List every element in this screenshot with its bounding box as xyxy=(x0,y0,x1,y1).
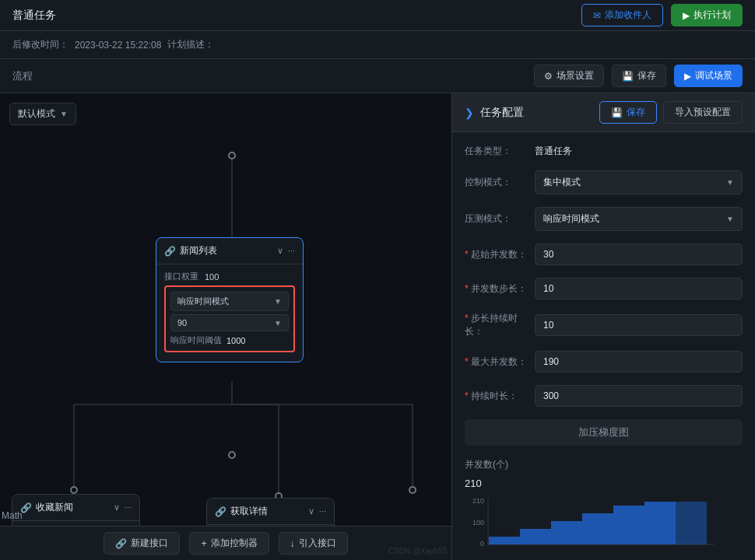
more-icon[interactable]: ··· xyxy=(288,246,295,256)
download-icon: ↓ xyxy=(290,538,295,549)
link-icon: 🔗 xyxy=(164,246,176,257)
right-panel: ❯ 任务配置 💾 保存 导入预设配置 任务类型： 普通任务 控制模 xyxy=(451,93,755,560)
link-icon: 🔗 xyxy=(215,506,226,517)
svg-rect-18 xyxy=(644,502,676,544)
chevron-down-icon[interactable]: ∨ xyxy=(114,502,120,513)
import-preset-button[interactable]: 导入预设配置 xyxy=(663,101,743,124)
save-icon: 💾 xyxy=(611,107,623,118)
sub-header: 后修改时间： 2023-03-22 15:22:08 计划描述： xyxy=(0,31,755,59)
more-icon[interactable]: ··· xyxy=(319,506,326,516)
mode-selector[interactable]: 默认模式 ▼ xyxy=(9,103,76,125)
svg-rect-16 xyxy=(582,513,613,544)
step-duration-label: 步长持续时长： xyxy=(465,312,535,338)
chevron-down-icon: ▼ xyxy=(274,297,282,306)
plan-desc-label: 计划描述： xyxy=(167,38,214,51)
more-icon[interactable]: ··· xyxy=(125,502,132,513)
collect-news-header: 🔗 收藏新闻 ∨ ··· xyxy=(12,495,139,521)
svg-rect-14 xyxy=(520,529,551,544)
duration-label: 持续时长： xyxy=(465,390,535,403)
duration-row: 持续时长： 300 xyxy=(465,385,743,407)
task-type-value: 普通任务 xyxy=(535,145,743,158)
save-icon: 💾 xyxy=(622,71,634,82)
threshold-row: 响应时间阈值 1000 xyxy=(170,334,289,346)
svg-text:0: 0 xyxy=(480,540,484,548)
chevron-down-icon: ▼ xyxy=(60,110,68,118)
scene-settings-button[interactable]: ⚙ 场景设置 xyxy=(534,65,604,87)
collect-news-actions: ∨ ··· xyxy=(114,502,132,513)
news-list-body: 接口权重 100 响应时间模式 ▼ 90 ▼ 响应时间阈值 1000 xyxy=(156,264,303,362)
control-mode-label: 控制模式： xyxy=(465,176,535,189)
chevron-down-icon: ▼ xyxy=(726,178,734,187)
debug-button[interactable]: ▶ 调试场景 xyxy=(674,65,743,87)
svg-rect-19 xyxy=(676,502,707,544)
control-mode-select[interactable]: 集中模式 ▼ xyxy=(535,170,743,194)
add-recipient-button[interactable]: ✉ 添加收件人 xyxy=(581,4,663,26)
canvas-area[interactable]: 默认模式 ▼ xyxy=(0,93,451,560)
max-concurrency-input[interactable]: 190 xyxy=(535,351,743,373)
svg-text:210: 210 xyxy=(472,497,484,505)
right-branch-connector xyxy=(409,486,416,494)
page-title: 普通任务 xyxy=(12,9,56,23)
save-button[interactable]: 💾 保存 xyxy=(612,65,666,87)
import-interface-button[interactable]: ↓ 引入接口 xyxy=(279,532,348,555)
chart-concurrency-value: 210 xyxy=(465,478,743,489)
step-size-input[interactable]: 10 xyxy=(535,278,743,299)
top-connector-dot xyxy=(228,152,236,159)
main-container: 默认模式 ▼ xyxy=(0,93,755,560)
svg-rect-13 xyxy=(489,537,520,544)
new-interface-button[interactable]: 🔗 新建接口 xyxy=(104,532,180,555)
mode-label: 默认模式 xyxy=(18,107,55,121)
max-concurrency-label: 最大并发数： xyxy=(465,355,535,369)
play-icon: ▶ xyxy=(683,10,690,21)
pressure-mode-label: 压测模式： xyxy=(465,212,535,226)
mode-dropdown[interactable]: 响应时间模式 ▼ xyxy=(170,292,289,311)
percentile-dropdown[interactable]: 90 ▼ xyxy=(170,314,289,331)
chart-concurrency-label: 并发数(个) xyxy=(465,458,743,471)
news-list-actions: ∨ ··· xyxy=(277,246,295,256)
gradient-chart: 0 100 210 xyxy=(465,494,729,556)
last-modified-value: 2023-03-22 15:22:08 xyxy=(75,40,161,51)
chart-title: 加压梯度图 xyxy=(465,419,743,446)
step-duration-input[interactable]: 10 xyxy=(535,314,743,336)
svg-rect-15 xyxy=(551,521,582,544)
step-size-label: 并发数步长： xyxy=(465,282,535,296)
step-duration-row: 步长持续时长： 10 xyxy=(465,312,743,338)
get-details-actions: ∨ ··· xyxy=(308,506,326,516)
execute-plan-button[interactable]: ▶ 执行计划 xyxy=(671,4,743,26)
svg-rect-17 xyxy=(613,506,644,544)
panel-content: 任务类型： 普通任务 控制模式： 集中模式 ▼ 压测模式： 响应时间模式 ▼ xyxy=(452,132,755,560)
flow-label: 流程 xyxy=(12,69,33,83)
panel-header: ❯ 任务配置 💾 保存 导入预设配置 xyxy=(452,93,755,132)
max-concurrency-row: 最大并发数： 190 xyxy=(465,351,743,373)
math-label: Math xyxy=(2,510,23,521)
last-modified-label: 后修改时间： xyxy=(12,38,68,51)
svg-text:100: 100 xyxy=(472,519,484,527)
start-concurrency-label: 起始并发数： xyxy=(465,248,535,261)
news-list-header: 🔗 新闻列表 ∨ ··· xyxy=(156,238,303,264)
chart-area: 并发数(个) 210 0 xyxy=(465,458,743,558)
control-mode-row: 控制模式： 集中模式 ▼ xyxy=(465,170,743,194)
news-list-node[interactable]: 🔗 新闻列表 ∨ ··· 接口权重 100 响应时间模式 ▼ xyxy=(156,237,304,362)
pressure-mode-select[interactable]: 响应时间模式 ▼ xyxy=(535,207,743,231)
start-concurrency-input[interactable]: 30 xyxy=(535,243,743,265)
step-size-row: 并发数步长： 10 xyxy=(465,278,743,299)
bottom-news-connector xyxy=(228,451,236,459)
news-list-weight-field: 接口权重 100 xyxy=(164,271,295,282)
chevron-down-icon: ▼ xyxy=(726,215,734,223)
bottom-toolbar: 🔗 新建接口 + 添加控制器 ↓ 引入接口 xyxy=(0,526,451,560)
collect-news-top-connector xyxy=(70,486,78,494)
chevron-right-icon: ❯ xyxy=(465,107,474,119)
add-controller-button[interactable]: + 添加控制器 xyxy=(189,532,269,555)
chevron-down-icon[interactable]: ∨ xyxy=(308,506,314,516)
pressure-mode-value: 响应时间模式 xyxy=(543,212,599,226)
panel-header-left: ❯ 任务配置 xyxy=(465,106,524,120)
plus-icon: + xyxy=(201,538,206,549)
top-bar: 普通任务 ✉ 添加收件人 ▶ 执行计划 xyxy=(0,0,755,31)
get-details-title: 🔗 获取详情 xyxy=(215,505,268,518)
chevron-down-icon[interactable]: ∨ xyxy=(277,246,283,256)
panel-save-button[interactable]: 💾 保存 xyxy=(599,101,657,124)
duration-input[interactable]: 300 xyxy=(535,385,743,407)
get-details-header: 🔗 获取详情 ∨ ··· xyxy=(207,499,334,525)
play-icon: ▶ xyxy=(684,71,691,82)
task-type-row: 任务类型： 普通任务 xyxy=(465,145,743,158)
